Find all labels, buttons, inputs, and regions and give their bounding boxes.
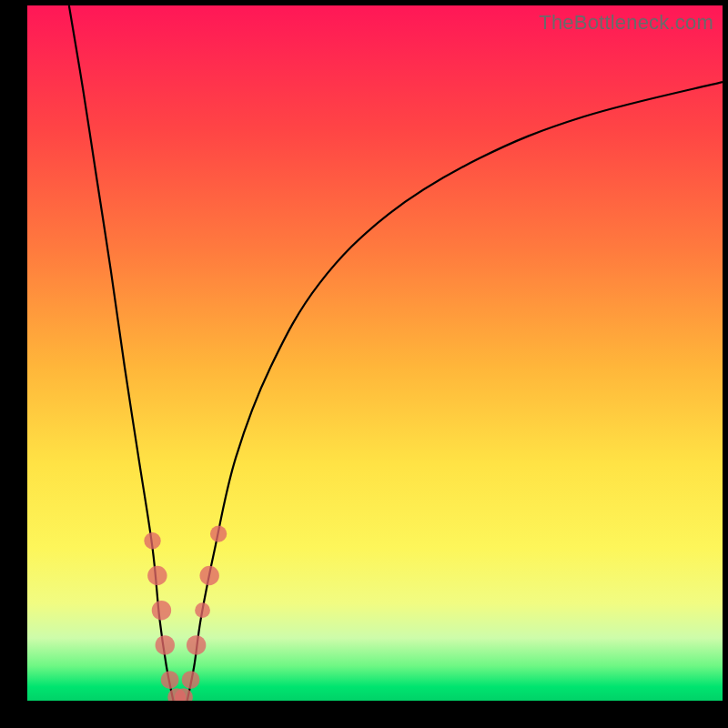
- marker-dot: [156, 635, 175, 654]
- marker-dot: [147, 566, 167, 585]
- marker-dot: [199, 566, 218, 585]
- marker-dot: [195, 602, 210, 618]
- chart-frame: TheBottleneck.com: [27, 5, 723, 701]
- marker-dot: [161, 671, 179, 689]
- curve-left: [69, 5, 174, 701]
- marker-dot: [152, 601, 171, 620]
- marker-dot: [182, 671, 200, 689]
- bottleneck-curve: [27, 5, 723, 701]
- marker-dot: [144, 532, 160, 549]
- marker-dot: [187, 635, 206, 654]
- curve-right: [187, 82, 723, 701]
- marker-dot: [210, 525, 227, 541]
